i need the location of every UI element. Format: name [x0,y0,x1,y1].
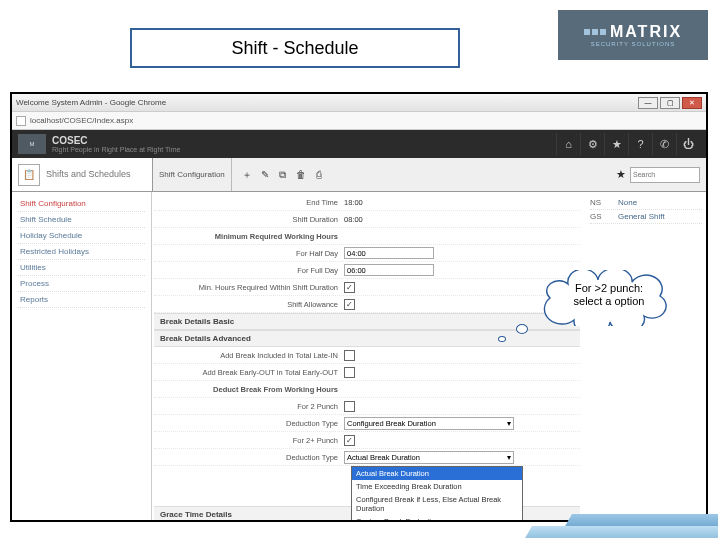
full-day-label: For Full Day [154,266,344,275]
module-heading: 📋 Shifts and Schedules [12,158,152,191]
break-advanced-header[interactable]: Break Details Advanced [154,330,580,347]
window-title-text: Welcome System Admin - Google Chrome [16,98,638,107]
callout-cloud: For >2 punch: select a option [530,270,680,326]
minimize-button[interactable]: — [638,97,658,109]
sidebar: Shift Configuration Shift Schedule Holid… [12,192,152,520]
phone-icon[interactable]: ✆ [652,133,676,155]
for-2plus-punch-label: For 2+ Punch [154,436,344,445]
add-break-late-checkbox[interactable] [344,350,355,361]
shift-allowance-label: Shift Allowance [154,300,344,309]
chevron-down-icon: ▾ [507,453,511,462]
search-input[interactable] [630,167,700,183]
maximize-button[interactable]: ▢ [660,97,680,109]
dropdown-option[interactable]: Time Exceeding Break Duration [352,480,522,493]
shift-duration-value: 08:00 [344,215,363,224]
logo-tagline: SECURITY SOLUTIONS [591,41,676,47]
sidebar-item-reports[interactable]: Reports [18,292,145,308]
sidebar-item-holiday-schedule[interactable]: Holiday Schedule [18,228,145,244]
shift-duration-label: Shift Duration [154,215,344,224]
page-icon [16,116,26,126]
list-item[interactable]: NSNone [590,196,702,210]
add-break-late-label: Add Break Included in Total Late-IN [154,351,344,360]
slide-title: Shift - Schedule [130,28,460,68]
dropdown-option[interactable]: Custom Break Deduction [352,515,522,520]
copy-button[interactable]: ⧉ [274,166,292,184]
address-bar: localhost/COSEC/Index.aspx [12,112,706,130]
end-time-label: End Time [154,198,344,207]
half-day-input[interactable] [344,247,434,259]
sub-toolbar: 📋 Shifts and Schedules Shift Configurati… [12,158,706,192]
print-button[interactable]: ⎙ [310,166,328,184]
main-area: Shift Configuration Shift Schedule Holid… [12,192,706,520]
app-name: COSEC [52,135,180,146]
callout-bubble-icon [498,336,506,342]
app-header: M COSEC Right People in Right Place at R… [12,130,706,158]
sidebar-item-shift-schedule[interactable]: Shift Schedule [18,212,145,228]
favorite-icon[interactable]: ★ [616,168,626,181]
for-2-punch-label: For 2 Punch [154,402,344,411]
sidebar-item-shift-config[interactable]: Shift Configuration [18,196,145,212]
gear-icon[interactable]: ⚙ [580,133,604,155]
close-button[interactable]: ✕ [682,97,702,109]
end-time-value: 18:00 [344,198,363,207]
dropdown-option[interactable]: Actual Break Duration [352,467,522,480]
url-text[interactable]: localhost/COSEC/Index.aspx [30,116,133,125]
edit-button[interactable]: ✎ [256,166,274,184]
star-icon[interactable]: ★ [604,133,628,155]
add-button[interactable]: ＋ [238,166,256,184]
panel-title: Shift Configuration [159,158,232,191]
power-icon[interactable]: ⏻ [676,133,700,155]
window-titlebar: Welcome System Admin - Google Chrome — ▢… [12,94,706,112]
min-within-checkbox[interactable]: ✓ [344,282,355,293]
full-day-input[interactable] [344,264,434,276]
shift-allowance-checkbox[interactable]: ✓ [344,299,355,310]
deduction-type-dropdown[interactable]: Actual Break Duration Time Exceeding Bre… [351,466,523,520]
home-icon[interactable]: ⌂ [556,133,580,155]
deduction-type-2-select[interactable]: Actual Break Duration▾ [344,451,514,464]
deduction-type-1-label: Deduction Type [154,419,344,428]
add-break-early-checkbox[interactable] [344,367,355,378]
deduct-header: Deduct Break From Working Hours [154,385,344,394]
callout-text: For >2 punch: select a option [550,282,668,308]
deduction-type-1-select[interactable]: Configured Break Duration▾ [344,417,514,430]
matrix-logo: MATRIX SECURITY SOLUTIONS [558,10,708,60]
app-logo-icon: M [18,134,46,154]
form-panel: End Time18:00 Shift Duration08:00 Minimu… [152,192,586,520]
min-within-label: Min. Hours Required Within Shift Duratio… [154,283,344,292]
sidebar-item-utilities[interactable]: Utilities [18,260,145,276]
chevron-down-icon: ▾ [507,419,511,428]
module-title: Shifts and Schedules [46,170,131,180]
shift-list: NSNone GSGeneral Shift [586,192,706,520]
slide-title-text: Shift - Schedule [231,38,358,59]
logo-brand-text: MATRIX [610,23,682,41]
add-break-early-label: Add Break Early-OUT in Total Early-OUT [154,368,344,377]
for-2plus-punch-checkbox[interactable]: ✓ [344,435,355,446]
module-icon: 📋 [18,164,40,186]
sidebar-item-restricted-holidays[interactable]: Restricted Holidays [18,244,145,260]
help-icon[interactable]: ? [628,133,652,155]
list-item[interactable]: GSGeneral Shift [590,210,702,224]
delete-button[interactable]: 🗑 [292,166,310,184]
deduction-type-2-label: Deduction Type [154,453,344,462]
half-day-label: For Half Day [154,249,344,258]
app-tagline: Right People in Right Place at Right Tim… [52,146,180,153]
dropdown-option[interactable]: Configured Break if Less, Else Actual Br… [352,493,522,515]
for-2-punch-checkbox[interactable] [344,401,355,412]
sidebar-item-process[interactable]: Process [18,276,145,292]
min-req-header: Minimum Required Working Hours [154,232,344,241]
callout-bubble-icon [516,324,528,334]
presentation-header: Shift - Schedule MATRIX SECURITY SOLUTIO… [0,0,718,80]
